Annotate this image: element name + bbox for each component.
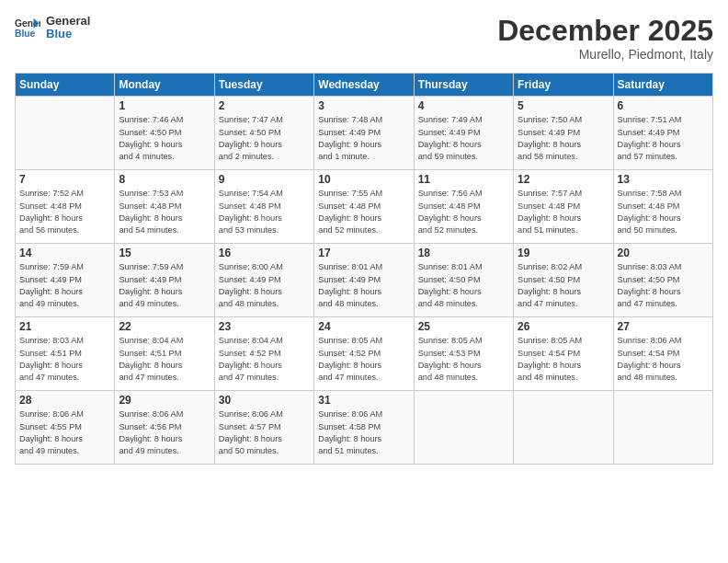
day-number: 27 [618, 320, 709, 333]
svg-text:Blue: Blue [15, 29, 36, 40]
day-cell: 31Sunrise: 8:06 AMSunset: 4:58 PMDayligh… [314, 391, 414, 465]
day-number: 11 [418, 173, 509, 186]
day-header-monday: Monday [115, 74, 214, 97]
day-cell: 25Sunrise: 8:05 AMSunset: 4:53 PMDayligh… [414, 317, 513, 391]
day-number: 28 [19, 394, 110, 407]
day-number: 22 [119, 320, 210, 333]
logo-icon: General Blue [15, 15, 40, 40]
day-info: Sunrise: 8:01 AMSunset: 4:49 PMDaylight:… [318, 261, 409, 310]
day-info: Sunrise: 8:01 AMSunset: 4:50 PMDaylight:… [418, 261, 509, 310]
day-number: 5 [518, 99, 609, 112]
day-number: 15 [119, 247, 210, 259]
day-info: Sunrise: 7:54 AMSunset: 4:48 PMDaylight:… [219, 188, 310, 236]
day-cell: 23Sunrise: 8:04 AMSunset: 4:52 PMDayligh… [214, 317, 313, 391]
day-number: 26 [518, 320, 609, 333]
day-cell: 3Sunrise: 7:48 AMSunset: 4:49 PMDaylight… [314, 97, 414, 170]
day-number: 25 [418, 320, 509, 333]
day-info: Sunrise: 7:56 AMSunset: 4:48 PMDaylight:… [418, 188, 509, 236]
day-cell: 8Sunrise: 7:53 AMSunset: 4:48 PMDaylight… [115, 170, 214, 244]
day-cell: 22Sunrise: 8:04 AMSunset: 4:51 PMDayligh… [115, 317, 214, 391]
day-number: 31 [318, 394, 409, 407]
day-header-tuesday: Tuesday [214, 74, 313, 97]
day-cell: 5Sunrise: 7:50 AMSunset: 4:49 PMDaylight… [514, 97, 613, 170]
day-cell: 10Sunrise: 7:55 AMSunset: 4:48 PMDayligh… [314, 170, 414, 244]
day-info: Sunrise: 7:58 AMSunset: 4:48 PMDaylight:… [618, 188, 709, 236]
day-cell: 7Sunrise: 7:52 AMSunset: 4:48 PMDaylight… [16, 170, 115, 244]
day-info: Sunrise: 7:57 AMSunset: 4:48 PMDaylight:… [518, 188, 609, 236]
day-number: 4 [418, 99, 509, 112]
day-number: 29 [119, 394, 210, 407]
day-number: 18 [418, 247, 509, 259]
day-header-wednesday: Wednesday [314, 74, 414, 97]
day-info: Sunrise: 8:06 AMSunset: 4:54 PMDaylight:… [618, 335, 709, 384]
logo: General Blue General Blue [15, 15, 90, 41]
day-number: 16 [219, 247, 310, 259]
day-number: 19 [518, 247, 609, 259]
day-cell: 19Sunrise: 8:02 AMSunset: 4:50 PMDayligh… [514, 244, 613, 317]
day-info: Sunrise: 7:59 AMSunset: 4:49 PMDaylight:… [119, 261, 210, 310]
day-info: Sunrise: 8:06 AMSunset: 4:55 PMDaylight:… [19, 408, 110, 457]
header: General Blue General Blue December 2025 … [15, 15, 713, 62]
day-cell: 20Sunrise: 8:03 AMSunset: 4:50 PMDayligh… [613, 244, 712, 317]
day-cell: 29Sunrise: 8:06 AMSunset: 4:56 PMDayligh… [115, 391, 214, 465]
day-number: 1 [119, 99, 210, 112]
title-block: December 2025 Murello, Piedmont, Italy [497, 15, 713, 62]
day-info: Sunrise: 8:05 AMSunset: 4:53 PMDaylight:… [418, 335, 509, 384]
day-info: Sunrise: 8:00 AMSunset: 4:49 PMDaylight:… [219, 261, 310, 310]
day-info: Sunrise: 8:02 AMSunset: 4:50 PMDaylight:… [518, 261, 609, 310]
day-info: Sunrise: 7:46 AMSunset: 4:50 PMDaylight:… [119, 114, 210, 163]
day-info: Sunrise: 7:48 AMSunset: 4:49 PMDaylight:… [318, 114, 409, 163]
day-number: 3 [318, 99, 409, 112]
day-number: 20 [618, 247, 709, 259]
day-info: Sunrise: 7:53 AMSunset: 4:48 PMDaylight:… [119, 188, 210, 236]
logo-text-blue: Blue [46, 28, 90, 40]
day-number: 8 [119, 173, 210, 186]
day-cell: 1Sunrise: 7:46 AMSunset: 4:50 PMDaylight… [115, 97, 214, 170]
day-cell: 16Sunrise: 8:00 AMSunset: 4:49 PMDayligh… [214, 244, 313, 317]
day-cell [613, 391, 712, 465]
day-number: 30 [219, 394, 310, 407]
day-header-saturday: Saturday [613, 74, 712, 97]
day-number: 6 [618, 99, 709, 112]
day-number: 23 [219, 320, 310, 333]
day-cell: 21Sunrise: 8:03 AMSunset: 4:51 PMDayligh… [16, 317, 115, 391]
day-info: Sunrise: 8:06 AMSunset: 4:58 PMDaylight:… [318, 408, 409, 457]
day-info: Sunrise: 7:55 AMSunset: 4:48 PMDaylight:… [318, 188, 409, 236]
day-info: Sunrise: 7:59 AMSunset: 4:49 PMDaylight:… [19, 261, 110, 310]
day-info: Sunrise: 8:04 AMSunset: 4:52 PMDaylight:… [219, 335, 310, 384]
day-info: Sunrise: 8:04 AMSunset: 4:51 PMDaylight:… [119, 335, 210, 384]
day-number: 17 [318, 247, 409, 259]
day-cell: 14Sunrise: 7:59 AMSunset: 4:49 PMDayligh… [16, 244, 115, 317]
day-header-sunday: Sunday [16, 74, 115, 97]
calendar-table: SundayMondayTuesdayWednesdayThursdayFrid… [15, 73, 713, 465]
day-header-thursday: Thursday [414, 74, 513, 97]
day-number: 21 [19, 320, 110, 333]
day-cell: 4Sunrise: 7:49 AMSunset: 4:49 PMDaylight… [414, 97, 513, 170]
day-number: 12 [518, 173, 609, 186]
day-cell: 15Sunrise: 7:59 AMSunset: 4:49 PMDayligh… [115, 244, 214, 317]
week-row-4: 21Sunrise: 8:03 AMSunset: 4:51 PMDayligh… [16, 317, 713, 391]
day-cell: 9Sunrise: 7:54 AMSunset: 4:48 PMDaylight… [214, 170, 313, 244]
day-number: 9 [219, 173, 310, 186]
day-cell: 2Sunrise: 7:47 AMSunset: 4:50 PMDaylight… [214, 97, 313, 170]
day-cell: 13Sunrise: 7:58 AMSunset: 4:48 PMDayligh… [613, 170, 712, 244]
week-row-5: 28Sunrise: 8:06 AMSunset: 4:55 PMDayligh… [16, 391, 713, 465]
location: Murello, Piedmont, Italy [497, 47, 713, 62]
day-cell: 26Sunrise: 8:05 AMSunset: 4:54 PMDayligh… [514, 317, 613, 391]
day-info: Sunrise: 8:06 AMSunset: 4:57 PMDaylight:… [219, 408, 310, 457]
header-row: SundayMondayTuesdayWednesdayThursdayFrid… [16, 74, 713, 97]
month-title: December 2025 [497, 15, 713, 47]
day-cell: 6Sunrise: 7:51 AMSunset: 4:49 PMDaylight… [613, 97, 712, 170]
week-row-3: 14Sunrise: 7:59 AMSunset: 4:49 PMDayligh… [16, 244, 713, 317]
day-info: Sunrise: 8:03 AMSunset: 4:51 PMDaylight:… [19, 335, 110, 384]
day-cell: 28Sunrise: 8:06 AMSunset: 4:55 PMDayligh… [16, 391, 115, 465]
day-info: Sunrise: 7:47 AMSunset: 4:50 PMDaylight:… [219, 114, 310, 163]
day-number: 24 [318, 320, 409, 333]
day-number: 13 [618, 173, 709, 186]
day-header-friday: Friday [514, 74, 613, 97]
day-cell [16, 97, 115, 170]
day-number: 10 [318, 173, 409, 186]
day-number: 14 [19, 247, 110, 259]
day-info: Sunrise: 8:05 AMSunset: 4:52 PMDaylight:… [318, 335, 409, 384]
day-info: Sunrise: 8:03 AMSunset: 4:50 PMDaylight:… [618, 261, 709, 310]
